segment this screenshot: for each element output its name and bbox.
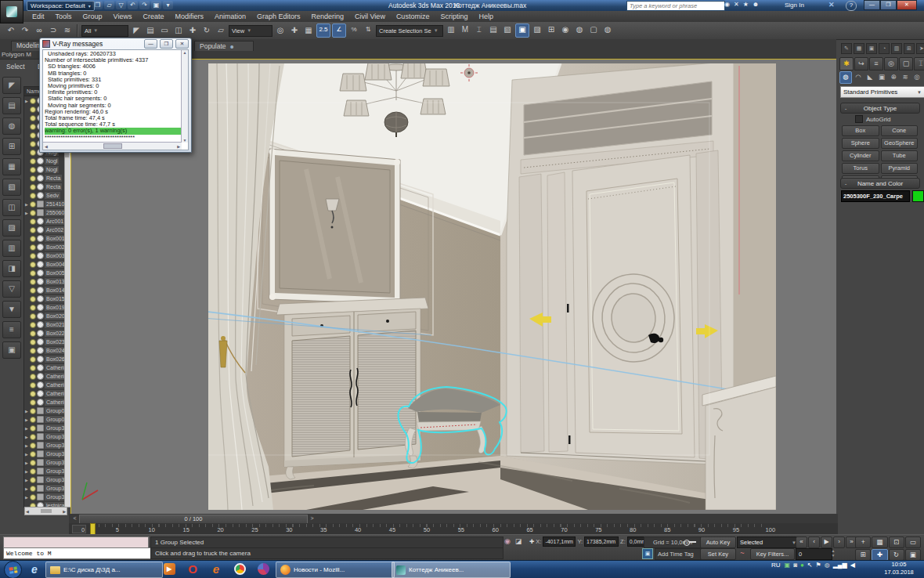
- viewport-nav-button[interactable]: ⊞: [855, 549, 871, 561]
- panel-mini-icon[interactable]: ▦: [854, 43, 864, 54]
- explorer-tool-icon[interactable]: ▤: [2, 97, 21, 114]
- tray-icon[interactable]: ▂▄▆: [833, 562, 847, 569]
- set-keys-icon[interactable]: [683, 538, 697, 546]
- explorer-row[interactable]: Box013: [24, 277, 70, 286]
- primitive-button[interactable]: Tube: [881, 150, 919, 161]
- viewport-nav-button[interactable]: ▣: [905, 549, 921, 561]
- expand-arrow-icon[interactable]: ▶: [25, 211, 29, 215]
- playback-button[interactable]: ▶: [821, 536, 832, 548]
- toolbar-icon[interactable]: ▭: [158, 24, 171, 37]
- command-panel-tab[interactable]: ▢: [899, 57, 913, 70]
- visibility-bulb-icon[interactable]: [30, 132, 36, 139]
- expand-arrow-icon[interactable]: ▶: [25, 99, 29, 103]
- visibility-bulb-icon[interactable]: [30, 227, 36, 233]
- browser-e-icon[interactable]: e: [207, 562, 226, 576]
- visibility-bulb-icon[interactable]: [30, 287, 36, 294]
- frame-spinner[interactable]: ▲ ▼: [830, 548, 836, 558]
- visibility-bulb-icon[interactable]: [30, 184, 36, 190]
- firefox-taskbar-button[interactable]: Новости - Mozill...: [276, 562, 395, 578]
- visibility-bulb-icon[interactable]: [30, 201, 36, 208]
- qat-icon[interactable]: ▣: [151, 1, 161, 9]
- explorer-folder-taskbar-button[interactable]: E:\С диска Д\ЗД а...: [45, 562, 163, 578]
- tray-icon[interactable]: ⚑: [816, 562, 821, 569]
- explorer-tool-icon[interactable]: ◨: [2, 260, 21, 277]
- snap-icon[interactable]: ∠: [332, 23, 346, 38]
- visibility-bulb-icon[interactable]: [30, 107, 36, 113]
- expand-arrow-icon[interactable]: ▶: [25, 443, 29, 448]
- visibility-bulb-icon[interactable]: [30, 270, 36, 276]
- scroll-left-icon[interactable]: ◀: [45, 144, 48, 149]
- visibility-bulb-icon[interactable]: [30, 313, 36, 320]
- dialog-horizontal-scrollbar[interactable]: ◀ ▶: [43, 142, 182, 150]
- expand-arrow-icon[interactable]: ▶: [25, 495, 29, 500]
- toolbar-icon[interactable]: M: [459, 23, 471, 36]
- toolbar-icon[interactable]: ⌶: [473, 23, 485, 36]
- explorer-row[interactable]: ▶ Group33: [24, 493, 70, 501]
- visibility-bulb-icon[interactable]: [30, 451, 36, 457]
- workspace-selector[interactable]: Workspace: Default ▾: [27, 1, 95, 11]
- explorer-row[interactable]: Box005: [24, 269, 70, 277]
- toolbar-icon[interactable]: ▦: [302, 24, 315, 37]
- visibility-bulb-icon[interactable]: [30, 124, 36, 130]
- command-panel-tab[interactable]: ↪: [854, 57, 868, 70]
- viewport-nav-button[interactable]: +: [855, 536, 871, 548]
- spin-down-icon[interactable]: ▼: [832, 553, 836, 558]
- explorer-tool-icon[interactable]: ▧: [2, 179, 21, 196]
- primitive-button[interactable]: Torus: [842, 163, 879, 174]
- explorer-row[interactable]: Sedv: [24, 191, 70, 200]
- menu-item[interactable]: Tools: [50, 13, 78, 20]
- tray-icon[interactable]: ◙: [793, 562, 797, 569]
- explorer-row[interactable]: ▶ Group33: [24, 458, 70, 467]
- primitive-type-dropdown[interactable]: Standard Primitives ▼: [840, 86, 924, 98]
- explorer-row[interactable]: Catherin: [24, 381, 70, 389]
- opera-icon[interactable]: O: [183, 562, 202, 576]
- primitive-button[interactable]: GeoSphere: [881, 138, 919, 149]
- explorer-row[interactable]: ▶ Group02: [24, 415, 70, 424]
- create-category-icon[interactable]: ◠: [853, 71, 864, 82]
- explorer-row[interactable]: Box002: [24, 243, 70, 251]
- reference-coordinate-dropdown[interactable]: View▼: [229, 25, 273, 37]
- create-category-icon[interactable]: ◍: [839, 71, 852, 84]
- toolbar-icon[interactable]: ◎: [274, 24, 287, 37]
- visibility-bulb-icon[interactable]: [30, 115, 36, 121]
- qat-icon[interactable]: ▱: [104, 1, 114, 9]
- explorer-row[interactable]: ▶ Group33: [24, 484, 70, 493]
- command-panel-tab[interactable]: ≡: [869, 57, 883, 70]
- explorer-row[interactable]: Box021: [24, 320, 70, 329]
- explorer-row[interactable]: ▶ Group33: [24, 475, 70, 484]
- panel-mini-icon[interactable]: ➤: [916, 43, 924, 54]
- viewport-nav-button[interactable]: ✚: [872, 549, 887, 561]
- expand-arrow-icon[interactable]: ▶: [25, 452, 29, 457]
- primitive-button[interactable]: Pyramid: [881, 163, 919, 174]
- ribbon-panel-polygon-modeling[interactable]: Polygon M: [2, 51, 42, 58]
- visibility-bulb-icon[interactable]: [30, 348, 36, 354]
- playback-button[interactable]: ‹: [808, 536, 820, 548]
- toolbar-icon[interactable]: ◍: [573, 23, 586, 36]
- menu-item[interactable]: Views: [108, 13, 138, 20]
- restore-button[interactable]: ❐: [160, 39, 173, 49]
- visibility-bulb-icon[interactable]: [30, 305, 36, 311]
- explorer-row[interactable]: Box022: [24, 329, 70, 338]
- command-panel-tab[interactable]: ⌶: [914, 57, 924, 70]
- explorer-row[interactable]: Box023: [24, 338, 70, 346]
- menu-item[interactable]: Animation: [209, 13, 251, 20]
- scroll-right-icon[interactable]: ▶: [177, 144, 180, 149]
- visibility-bulb-icon[interactable]: [30, 262, 36, 268]
- visibility-bulb-icon[interactable]: [30, 382, 36, 388]
- exchange-apps-icon[interactable]: ✕: [828, 1, 835, 9]
- tray-icon[interactable]: ◍: [825, 562, 830, 569]
- panel-mini-icon[interactable]: ▣: [866, 43, 877, 54]
- infocenter-icon[interactable]: ☻: [753, 1, 759, 8]
- create-category-icon[interactable]: ≋: [900, 71, 911, 82]
- selection-lock-icon[interactable]: ◪: [514, 536, 523, 547]
- y-coordinate-field[interactable]: 17385,2mm: [584, 536, 619, 547]
- visibility-bulb-icon[interactable]: [30, 468, 36, 475]
- primitive-button[interactable]: Box: [842, 125, 879, 136]
- restore-button[interactable]: ❐: [880, 0, 897, 10]
- key-mode-dropdown[interactable]: Selected ▼: [737, 536, 799, 548]
- toolbar-icon[interactable]: ▣: [515, 23, 529, 38]
- tray-icon[interactable]: ●: [800, 562, 804, 569]
- set-key-button[interactable]: Set Key: [700, 548, 736, 560]
- swirl-app-icon[interactable]: [254, 562, 273, 576]
- menu-item[interactable]: Modifiers: [169, 13, 209, 20]
